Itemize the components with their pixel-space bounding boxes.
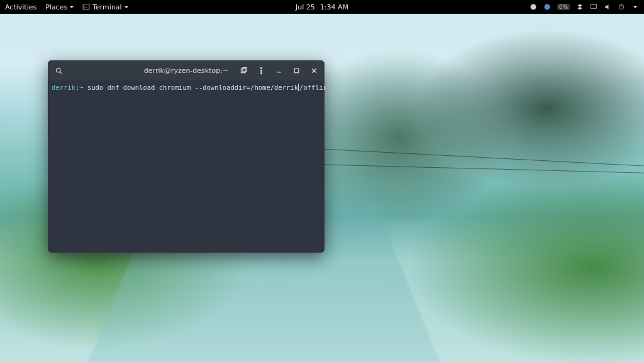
svg-point-11	[260, 67, 262, 69]
power-icon[interactable]	[618, 3, 625, 11]
new-tab-button[interactable]	[236, 63, 250, 77]
kebab-menu-icon	[257, 67, 265, 75]
activities-label: Activities	[5, 3, 36, 11]
places-label: Places	[45, 3, 67, 11]
places-menu[interactable]: Places	[45, 3, 74, 11]
battery-percent-badge[interactable]: 0%	[557, 4, 570, 10]
minimize-icon	[275, 67, 283, 75]
search-button[interactable]	[52, 63, 65, 77]
terminal-titlebar[interactable]: derrik@ryzen-desktop:~	[48, 60, 325, 80]
prompt-user: derrik	[52, 84, 75, 91]
svg-line-8	[60, 72, 62, 74]
svg-point-2	[530, 4, 536, 10]
command-text-after: /offline-apps	[299, 84, 325, 91]
dropbox-icon[interactable]	[576, 3, 584, 11]
maximize-button[interactable]	[289, 63, 303, 77]
terminal-body[interactable]: derrik:~ sudo dnf download chromium --do…	[48, 80, 325, 253]
svg-rect-9	[241, 69, 245, 73]
menu-button[interactable]	[254, 63, 268, 77]
screen-icon[interactable]	[590, 3, 597, 11]
discord-icon[interactable]	[530, 3, 537, 11]
clock[interactable]: Jul 25 1:34 AM	[296, 3, 348, 11]
new-tab-icon	[240, 67, 248, 75]
terminal-title: derrik@ryzen-desktop:~	[144, 67, 228, 75]
keyboard-icon[interactable]	[543, 3, 551, 11]
gnome-top-bar: Activities Places Terminal Jul 25 1:34 A…	[0, 0, 644, 14]
date-label: Jul 25	[296, 3, 315, 11]
svg-point-7	[56, 68, 60, 72]
activities-button[interactable]: Activities	[5, 3, 36, 11]
close-button[interactable]	[307, 63, 321, 77]
svg-rect-1	[84, 4, 89, 9]
system-menu-chevron-icon[interactable]	[631, 3, 639, 11]
command-text-before: sudo dnf download chromium --downloaddir…	[87, 84, 298, 91]
terminal-window: derrik@ryzen-desktop:~ derrik:~ sudo dnf…	[48, 60, 325, 253]
svg-rect-10	[242, 67, 247, 72]
minimize-button[interactable]	[272, 63, 286, 77]
terminal-icon	[82, 3, 90, 11]
maximize-icon	[292, 67, 301, 75]
svg-point-13	[260, 72, 262, 74]
svg-point-3	[544, 4, 550, 10]
time-label: 1:34 AM	[320, 3, 348, 11]
prompt-path: :~	[75, 84, 87, 91]
svg-rect-15	[294, 69, 299, 73]
app-menu-label: Terminal	[92, 3, 122, 11]
svg-point-12	[260, 70, 262, 71]
search-icon	[55, 67, 63, 75]
volume-icon[interactable]	[604, 3, 611, 11]
svg-rect-4	[591, 4, 597, 8]
close-icon	[310, 67, 318, 75]
app-menu[interactable]: Terminal	[82, 3, 128, 11]
